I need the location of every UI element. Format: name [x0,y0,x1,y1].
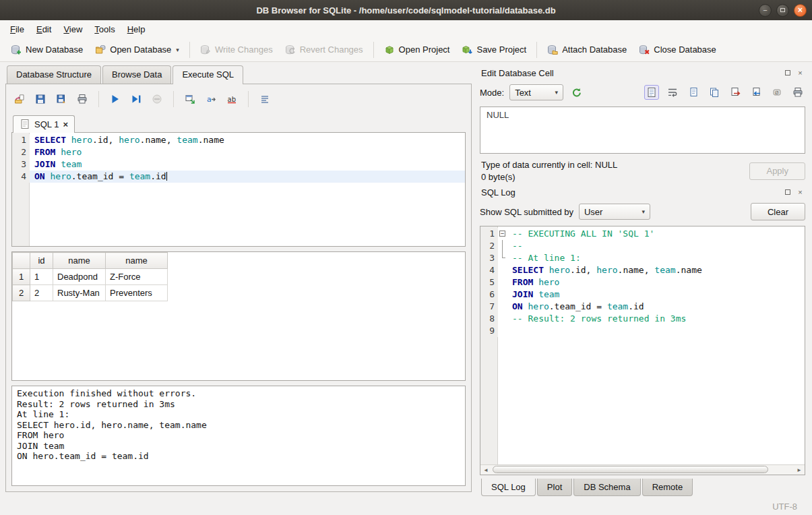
fold-marker [498,264,507,276]
open-project-button[interactable]: Open Project [379,42,456,58]
scroll-left-button[interactable]: ◄ [480,465,491,475]
minimize-button[interactable]: − [759,4,772,17]
encoding-indicator[interactable]: UTF-8 [772,502,797,512]
autocomplete-button[interactable]: a [203,91,219,107]
row-header[interactable]: 1 [13,269,30,285]
close-panel-button[interactable]: × [795,68,805,78]
set-null-button[interactable]: Ø [770,85,784,100]
clear-log-button[interactable]: Clear [751,203,805,220]
toolbar-separator [373,42,374,58]
code-line: 2-- [480,240,805,252]
tab-execute-sql[interactable]: Execute SQL [173,65,243,84]
log-filter-combobox[interactable]: User ▾ [579,204,650,220]
sql-log-view[interactable]: 1−-- EXECUTING ALL IN 'SQL 1'2--3-- At l… [480,226,805,475]
import-cell-button[interactable] [749,85,763,100]
scrollbar-track[interactable] [491,465,794,475]
word-wrap-button[interactable] [665,85,680,100]
cell[interactable]: 2 [30,285,53,301]
sql-tab-close-icon[interactable]: × [63,119,68,129]
toolbar-separator [189,42,190,58]
write-changes-button: Write Changes [195,42,278,58]
save-sql-as-button[interactable] [53,91,69,107]
float-panel-button[interactable] [782,68,792,78]
print-cell-button[interactable] [790,85,805,100]
new-database-button[interactable]: New Database [5,42,88,58]
results-grid[interactable]: idnamename11DeadpondZ-Force22Rusty-ManPr… [11,251,466,381]
tab-database-structure[interactable]: Database Structure [7,65,101,84]
save-project-button[interactable]: Save Project [456,42,532,58]
close-window-button[interactable]: × [794,4,807,17]
menu-help[interactable]: Help [121,22,152,36]
dock-tab-db-schema[interactable]: DB Schema [573,479,640,496]
sql-log-header: SQL Log × [481,185,805,199]
autocomplete-icon: a [206,94,216,104]
line-number: 4 [12,171,30,183]
sql-tab[interactable]: SQL 1 × [13,115,75,133]
attach-database-button[interactable]: Attach Database [542,42,632,58]
open-file-icon [688,87,699,98]
main-content: Database Structure Browse Data Execute S… [0,62,812,497]
code-text: -- At line 1: [507,252,805,264]
svg-text:ab: ab [228,96,236,103]
open-database-button[interactable]: Open Database ▾ [90,42,185,58]
execute-sql-panel: Database Structure Browse Data Execute S… [0,62,474,497]
close-database-button[interactable]: Close Database [633,42,722,58]
cell[interactable]: 1 [30,269,53,285]
menu-file[interactable]: File [4,22,30,36]
maximize-button[interactable] [776,4,789,17]
code-text: ON hero.team_id = team.id [507,301,805,313]
open-database-dropdown-icon[interactable]: ▾ [176,47,179,53]
row-header[interactable]: 2 [13,285,30,301]
grid-corner[interactable] [13,253,30,269]
close-database-label: Close Database [654,44,716,55]
cell[interactable]: Preventers [106,285,168,301]
mode-combobox[interactable]: Text ▾ [509,84,563,100]
open-in-new-tab-button[interactable] [182,91,198,107]
column-header[interactable]: name [53,253,106,269]
execute-current-line-button[interactable] [128,91,144,107]
menu-bar: File Edit View Tools Help [0,20,812,38]
log-code-area: 1−-- EXECUTING ALL IN 'SQL 1'2--3-- At l… [480,226,805,464]
cell[interactable]: Z-Force [106,269,168,285]
line-number: 9 [480,325,498,337]
column-header[interactable]: id [30,253,53,269]
column-header[interactable]: name [106,253,168,269]
dock-tab-remote[interactable]: Remote [642,479,693,496]
close-panel-button[interactable]: × [795,187,805,198]
open-sql-file-button[interactable] [11,91,28,107]
sql-editor[interactable]: 1SELECT hero.id, hero.name, team.name2FR… [11,132,466,247]
open-cell-file-button[interactable] [686,85,701,100]
menu-edit[interactable]: Edit [30,22,57,36]
auto-apply-button[interactable] [569,85,584,100]
cell[interactable]: Rusty-Man [53,285,106,301]
menu-view[interactable]: View [57,22,88,36]
scrollbar-thumb[interactable] [493,466,768,473]
tab-browse-data[interactable]: Browse Data [102,65,171,84]
text-mode-button[interactable] [644,85,659,100]
cell[interactable]: Deadpond [53,269,106,285]
close-panel-icon: × [798,188,802,196]
horizontal-scrollbar[interactable]: ◄ ► [480,464,805,475]
format-sql-button[interactable] [257,91,273,107]
attach-database-icon [547,44,558,55]
stop-button [149,91,165,107]
export-cell-button[interactable] [728,85,743,100]
save-sql-file-button[interactable] [32,91,49,107]
line-number: 4 [480,264,498,276]
copy-cell-button[interactable] [707,85,722,100]
new-database-label: New Database [26,44,83,55]
fold-marker[interactable]: − [498,228,507,240]
code-line: 3-- At line 1: [480,252,805,264]
menu-tools[interactable]: Tools [88,22,121,36]
cell-editor[interactable]: NULL [480,107,805,154]
dock-tab-plot[interactable]: Plot [537,479,572,496]
float-panel-button[interactable] [782,187,792,198]
code-text: SELECT hero.id, hero.name, team.name [30,134,465,146]
find-replace-button[interactable]: ab [224,91,240,107]
dock-tab-sql-log[interactable]: SQL Log [481,479,536,496]
scroll-right-button[interactable]: ► [794,465,805,475]
execute-all-button[interactable] [107,91,123,107]
print-sql-button[interactable] [74,91,90,107]
code-text [507,325,805,337]
line-number: 1 [12,134,30,146]
